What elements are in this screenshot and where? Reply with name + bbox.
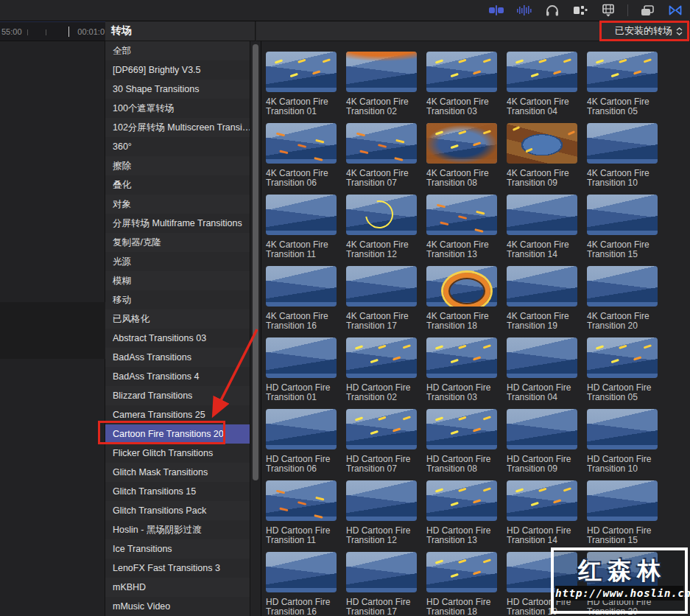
transition-cell[interactable]: 4K Cartoon FireTransition 05 [587, 52, 658, 116]
transition-cell[interactable]: 4K Cartoon FireTransition 10 [587, 123, 658, 188]
transition-cell[interactable]: 4K Cartoon FireTransition 11 [266, 195, 337, 259]
sidebar-item[interactable]: Camera Transitions 25 [105, 405, 250, 424]
transition-thumbnail[interactable] [346, 123, 417, 164]
transition-thumbnail[interactable] [266, 195, 337, 235]
transition-cell[interactable]: HD Cartoon FireTransition 16 [266, 552, 337, 616]
sidebar-item[interactable]: Abstract Transitions 03 [105, 329, 250, 348]
audio-meters-icon[interactable] [515, 3, 533, 18]
sidebar-item[interactable]: 已风格化 [105, 309, 250, 329]
transition-thumbnail[interactable] [426, 552, 497, 592]
transition-cell[interactable]: HD Cartoon FireTransition 11 [266, 480, 337, 545]
transition-cell[interactable]: HD Cartoon FireTransition 12 [346, 480, 417, 545]
sidebar-item[interactable]: BadAss Transitions [105, 348, 250, 367]
transition-thumbnail[interactable] [426, 195, 497, 235]
transition-cell[interactable]: 4K Cartoon FireTransition 06 [266, 123, 337, 188]
transition-cell[interactable]: HD Cartoon FireTransition 06 [266, 409, 337, 474]
sidebar-item[interactable]: 光源 [105, 252, 250, 271]
transition-cell[interactable]: HD Cartoon FireTransition 08 [426, 409, 497, 474]
transition-thumbnail[interactable] [266, 266, 337, 307]
transition-cell[interactable]: HD Cartoon FireTransition 07 [346, 409, 417, 474]
transition-thumbnail[interactable] [587, 123, 658, 164]
sidebar-item[interactable]: Blizzard Transitions [105, 386, 250, 405]
transition-cell[interactable]: HD Cartoon FireTransition 04 [507, 337, 577, 402]
transitions-browser-icon[interactable] [666, 3, 684, 18]
sidebar-item[interactable]: 对象 [105, 195, 250, 214]
sidebar-item[interactable]: 全部 [105, 41, 250, 60]
transition-thumbnail[interactable] [426, 52, 497, 92]
sidebar-item[interactable]: Glitch Transitions Pack [105, 501, 250, 520]
filmstrip-browser-icon[interactable] [599, 3, 617, 18]
sidebar-item[interactable]: Ice Transitions [105, 539, 250, 559]
transition-cell[interactable]: HD Cartoon FireTransition 17 [346, 552, 417, 616]
transition-thumbnail[interactable] [507, 123, 577, 164]
transition-cell[interactable]: HD Cartoon FireTransition 03 [426, 337, 497, 402]
transition-cell[interactable]: 4K Cartoon FireTransition 19 [507, 266, 577, 331]
transition-cell[interactable]: 4K Cartoon FireTransition 15 [587, 195, 658, 259]
sidebar-item[interactable]: 模糊 [105, 271, 250, 290]
transition-thumbnail[interactable] [266, 480, 337, 521]
transition-thumbnail[interactable] [587, 266, 658, 307]
transition-thumbnail[interactable] [507, 409, 577, 449]
transition-cell[interactable]: 4K Cartoon FireTransition 04 [507, 52, 577, 116]
sidebar-item[interactable]: 102分屏转场 Multiscreen Transi… [105, 118, 250, 137]
transition-thumbnail[interactable] [346, 337, 417, 378]
transition-cell[interactable]: HD Cartoon FireTransition 13 [426, 480, 497, 545]
transition-thumbnail[interactable] [507, 266, 577, 307]
sidebar-item[interactable]: mKBHD [105, 578, 250, 597]
transition-thumbnail[interactable] [587, 195, 658, 235]
transition-cell[interactable]: 4K Cartoon FireTransition 20 [587, 266, 658, 331]
transition-thumbnail[interactable] [507, 480, 577, 521]
transition-cell[interactable]: 4K Cartoon FireTransition 18 [426, 266, 497, 331]
transition-cell[interactable]: 4K Cartoon FireTransition 01 [266, 52, 337, 116]
transition-thumbnail[interactable] [587, 409, 658, 449]
sidebar-item[interactable]: 分屏转场 Multiframe Transitions [105, 214, 250, 233]
sidebar-item[interactable]: 360° [105, 137, 250, 156]
transition-thumbnail[interactable] [346, 552, 417, 592]
sidebar-item[interactable]: [DP669] Brightly V3.5 [105, 60, 250, 80]
transition-cell[interactable]: 4K Cartoon FireTransition 14 [507, 195, 577, 259]
transition-thumbnail[interactable] [346, 266, 417, 307]
transition-cell[interactable]: HD Cartoon FireTransition 05 [587, 337, 658, 402]
transition-thumbnail[interactable] [587, 337, 658, 378]
chevron-up-down-icon[interactable] [676, 27, 683, 35]
transition-thumbnail[interactable] [346, 480, 417, 521]
sidebar-item[interactable]: 30 Shape Transitions [105, 80, 250, 99]
sidebar-item[interactable]: Flicker Glitch Transitions [105, 444, 250, 463]
transition-thumbnail[interactable] [426, 123, 497, 164]
transition-cell[interactable]: HD Cartoon FireTransition 14 [507, 480, 577, 545]
transition-thumbnail[interactable] [346, 195, 417, 235]
transition-cell[interactable]: HD Cartoon FireTransition 01 [266, 337, 337, 402]
transition-thumbnail[interactable] [507, 195, 577, 235]
sidebar-item[interactable]: BadAss Transitions 4 [105, 367, 250, 386]
clip-appearance-icon[interactable] [487, 3, 505, 18]
transition-thumbnail[interactable] [587, 52, 658, 92]
transition-thumbnail[interactable] [346, 52, 417, 92]
transition-thumbnail[interactable] [587, 480, 658, 521]
transition-cell[interactable]: HD Cartoon FireTransition 18 [426, 552, 497, 616]
sidebar-item[interactable]: 100个遮罩转场 [105, 99, 250, 118]
transition-thumbnail[interactable] [266, 409, 337, 449]
headphones-icon[interactable] [543, 3, 561, 18]
transition-cell[interactable]: 4K Cartoon FireTransition 02 [346, 52, 417, 116]
transition-cell[interactable]: 4K Cartoon FireTransition 07 [346, 123, 417, 188]
effects-cluster-icon[interactable] [571, 3, 589, 18]
transition-thumbnail[interactable] [346, 409, 417, 449]
sidebar-item[interactable]: Hoslin - 黑场阴影过渡 [105, 520, 250, 539]
sidebar-scrollbar-track[interactable] [250, 41, 261, 616]
installed-transitions-dropdown[interactable]: 已安装的转场 [615, 24, 672, 38]
transition-cell[interactable]: 4K Cartoon FireTransition 08 [426, 123, 497, 188]
transition-thumbnail[interactable] [507, 337, 577, 378]
sidebar-item[interactable]: 擦除 [105, 156, 250, 175]
sidebar-item[interactable]: 复制器/克隆 [105, 233, 250, 252]
transition-thumbnail[interactable] [426, 337, 497, 378]
transition-cell[interactable]: HD Cartoon FireTransition 09 [507, 409, 577, 474]
sidebar-item[interactable]: Glitch Transitions 15 [105, 482, 250, 501]
transition-thumbnail[interactable] [507, 52, 577, 92]
sidebar-item[interactable]: Glitch Mask Transitions [105, 463, 250, 482]
sidebar-scrollbar-thumb[interactable] [253, 44, 258, 480]
media-browser-icon[interactable] [638, 3, 656, 18]
transition-cell[interactable]: 4K Cartoon FireTransition 03 [426, 52, 497, 116]
transition-cell[interactable]: HD Cartoon FireTransition 15 [587, 480, 658, 545]
transition-thumbnail[interactable] [426, 409, 497, 449]
transition-thumbnail[interactable] [426, 480, 497, 521]
